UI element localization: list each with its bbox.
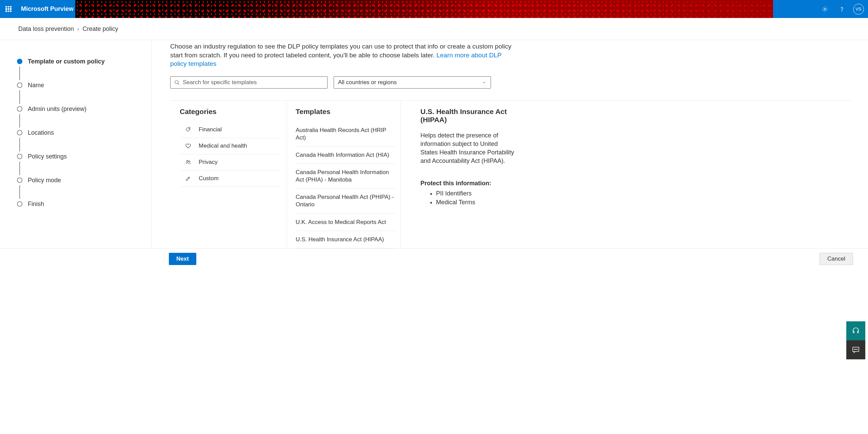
details-column: U.S. Health Insurance Act (HIPAA) Helps … xyxy=(401,101,516,248)
region-filter-selected: All countries or regions xyxy=(338,79,397,86)
protect-heading: Protect this information: xyxy=(420,180,516,187)
step-locations[interactable]: Locations xyxy=(17,128,152,138)
categories-column: Categories Financial Medical and health … xyxy=(170,101,287,248)
step-connector xyxy=(19,162,20,175)
svg-point-2 xyxy=(175,80,178,84)
step-connector xyxy=(19,138,20,151)
protect-item: Medical Terms xyxy=(436,198,516,207)
header-right: VS xyxy=(816,0,868,18)
heart-icon xyxy=(184,143,192,149)
people-icon xyxy=(184,159,192,165)
step-policy-mode[interactable]: Policy mode xyxy=(17,175,152,185)
template-item[interactable]: Canada Health Information Act (HIA) xyxy=(296,147,396,164)
settings-button[interactable] xyxy=(816,0,833,18)
step-connector xyxy=(19,185,20,199)
step-label: Policy mode xyxy=(28,177,61,184)
category-label: Custom xyxy=(199,175,219,182)
step-admin-units[interactable]: Admin units (preview) xyxy=(17,104,152,114)
controls-row: All countries or regions xyxy=(170,76,852,89)
category-custom[interactable]: Custom xyxy=(180,171,280,187)
template-search-box[interactable] xyxy=(170,76,328,89)
breadcrumb-current: Create policy xyxy=(82,25,118,33)
region-filter-dropdown[interactable]: All countries or regions xyxy=(334,76,491,89)
gear-icon xyxy=(822,6,828,13)
step-connector xyxy=(19,90,20,104)
header-pattern xyxy=(75,0,773,18)
template-item[interactable]: U.K. Access to Medical Reports Act xyxy=(296,214,396,231)
category-label: Medical and health xyxy=(199,143,247,149)
template-search-input[interactable] xyxy=(183,79,324,86)
brand-title: Microsoft Purview xyxy=(17,5,80,13)
step-label: Admin units (preview) xyxy=(28,106,86,113)
content-columns: Categories Financial Medical and health … xyxy=(170,100,852,248)
svg-point-1 xyxy=(842,11,842,11)
next-button[interactable]: Next xyxy=(169,253,196,265)
waffle-icon xyxy=(5,6,12,12)
category-medical-health[interactable]: Medical and health xyxy=(180,138,280,154)
template-item[interactable]: Australia Health Records Act (HRIP Act) xyxy=(296,122,396,147)
protect-list: PII Identifiers Medical Terms xyxy=(420,189,516,207)
search-icon xyxy=(174,79,180,86)
step-connector xyxy=(19,114,20,128)
categories-title: Categories xyxy=(180,108,280,116)
wizard-footer: Next Cancel xyxy=(0,248,868,269)
detail-title: U.S. Health Insurance Act (HIPAA) xyxy=(420,108,516,124)
svg-point-6 xyxy=(189,161,190,162)
protect-item: PII Identifiers xyxy=(436,189,516,198)
help-button[interactable] xyxy=(833,0,850,18)
svg-point-0 xyxy=(824,8,826,10)
svg-point-4 xyxy=(189,129,190,129)
step-label: Policy settings xyxy=(28,153,67,160)
category-privacy[interactable]: Privacy xyxy=(180,154,280,171)
templates-title: Templates xyxy=(296,108,396,116)
template-item[interactable]: U.S. Health Insurance Act (HIPAA) xyxy=(296,231,396,248)
app-header: Microsoft Purview VS xyxy=(0,0,868,18)
category-financial[interactable]: Financial xyxy=(180,122,280,138)
step-finish[interactable]: Finish xyxy=(17,199,152,209)
step-label: Template or custom policy xyxy=(28,58,105,65)
step-connector xyxy=(19,67,20,80)
step-template-or-custom-policy[interactable]: Template or custom policy xyxy=(17,56,152,67)
step-label: Name xyxy=(28,82,44,89)
main-pane: Choose an industry regulation to see the… xyxy=(152,40,868,248)
step-name[interactable]: Name xyxy=(17,80,152,90)
category-label: Privacy xyxy=(199,159,218,166)
template-item[interactable]: Canada Personal Health Information Act (… xyxy=(296,164,396,189)
user-avatar[interactable]: VS xyxy=(853,4,864,15)
chevron-right-icon: › xyxy=(77,26,79,32)
breadcrumb-parent[interactable]: Data loss prevention xyxy=(18,25,74,33)
step-label: Finish xyxy=(28,201,44,208)
tag-icon xyxy=(184,127,192,133)
wizard-layout: Template or custom policy Name Admin uni… xyxy=(0,40,868,248)
detail-description: Helps detect the presence of information… xyxy=(420,131,516,166)
app-launcher-button[interactable] xyxy=(0,0,17,18)
cancel-button[interactable]: Cancel xyxy=(820,253,853,265)
templates-column: Templates Australia Health Records Act (… xyxy=(287,101,401,248)
chevron-down-icon xyxy=(482,80,487,85)
intro-text: Choose an industry regulation to see the… xyxy=(170,42,514,68)
svg-point-5 xyxy=(186,161,188,162)
template-item[interactable]: Canada Personal Health Act (PHIPA) - Ont… xyxy=(296,189,396,213)
steps-pane: Template or custom policy Name Admin uni… xyxy=(0,40,152,248)
svg-line-3 xyxy=(178,83,179,84)
category-label: Financial xyxy=(199,126,222,133)
step-label: Locations xyxy=(28,129,54,136)
pencil-icon xyxy=(184,175,192,182)
breadcrumb: Data loss prevention › Create policy xyxy=(0,18,868,40)
question-icon xyxy=(839,6,845,12)
step-policy-settings[interactable]: Policy settings xyxy=(17,151,152,162)
